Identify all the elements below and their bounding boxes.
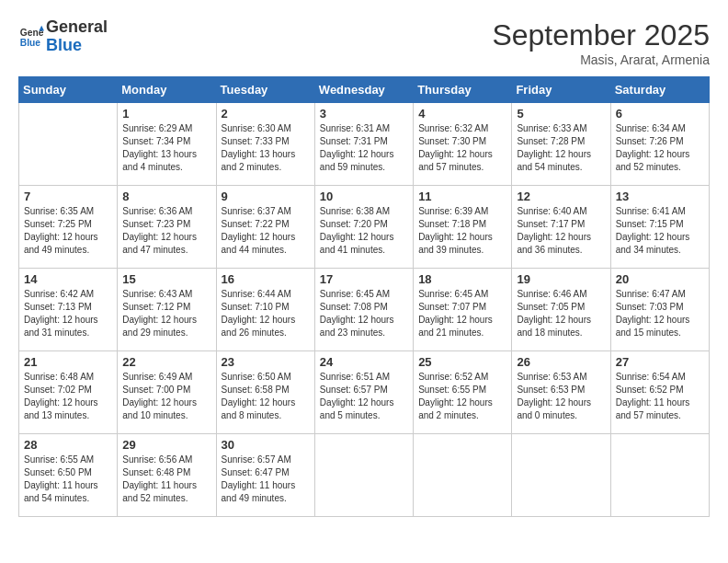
svg-text:Blue: Blue	[20, 38, 41, 48]
day-number: 24	[320, 355, 408, 369]
day-info: Sunrise: 6:34 AMSunset: 7:26 PMDaylight:…	[616, 122, 704, 174]
day-number: 16	[222, 272, 310, 286]
calendar-cell: 27Sunrise: 6:54 AMSunset: 6:52 PMDayligh…	[610, 351, 709, 434]
day-info: Sunrise: 6:39 AMSunset: 7:18 PMDaylight:…	[418, 205, 506, 257]
day-number: 18	[418, 272, 506, 286]
day-info: Sunrise: 6:57 AMSunset: 6:47 PMDaylight:…	[222, 454, 310, 505]
day-info: Sunrise: 6:54 AMSunset: 6:52 PMDaylight:…	[616, 371, 704, 422]
day-number: 14	[24, 272, 112, 286]
day-number: 7	[24, 190, 112, 203]
day-info: Sunrise: 6:40 AMSunset: 7:17 PMDaylight:…	[517, 205, 605, 257]
week-row-2: 7Sunrise: 6:35 AMSunset: 7:25 PMDaylight…	[19, 186, 710, 269]
weekday-header-thursday: Thursday	[414, 77, 512, 103]
week-row-5: 28Sunrise: 6:55 AMSunset: 6:50 PMDayligh…	[19, 434, 710, 517]
logo: General Blue General Blue	[18, 18, 108, 55]
calendar-cell: 13Sunrise: 6:41 AMSunset: 7:15 PMDayligh…	[610, 186, 709, 269]
day-info: Sunrise: 6:56 AMSunset: 6:48 PMDaylight:…	[122, 454, 210, 505]
day-info: Sunrise: 6:53 AMSunset: 6:53 PMDaylight:…	[517, 371, 605, 422]
day-info: Sunrise: 6:31 AMSunset: 7:31 PMDaylight:…	[320, 122, 408, 174]
calendar-cell	[314, 434, 413, 517]
day-number: 23	[222, 355, 310, 369]
calendar-cell: 14Sunrise: 6:42 AMSunset: 7:13 PMDayligh…	[19, 269, 118, 351]
calendar-cell: 24Sunrise: 6:51 AMSunset: 6:57 PMDayligh…	[314, 351, 413, 434]
day-number: 30	[222, 438, 310, 452]
calendar-cell: 12Sunrise: 6:40 AMSunset: 7:17 PMDayligh…	[512, 186, 610, 269]
calendar-table: SundayMondayTuesdayWednesdayThursdayFrid…	[18, 76, 710, 517]
day-info: Sunrise: 6:29 AMSunset: 7:34 PMDaylight:…	[122, 122, 210, 174]
calendar-cell: 16Sunrise: 6:44 AMSunset: 7:10 PMDayligh…	[216, 269, 314, 351]
day-info: Sunrise: 6:47 AMSunset: 7:03 PMDaylight:…	[616, 288, 704, 339]
calendar-cell: 3Sunrise: 6:31 AMSunset: 7:31 PMDaylight…	[314, 103, 413, 186]
day-info: Sunrise: 6:36 AMSunset: 7:23 PMDaylight:…	[122, 205, 210, 257]
calendar-cell: 23Sunrise: 6:50 AMSunset: 6:58 PMDayligh…	[216, 351, 314, 434]
calendar-cell	[610, 434, 709, 517]
location-subtitle: Masis, Ararat, Armenia	[492, 52, 710, 67]
day-info: Sunrise: 6:37 AMSunset: 7:22 PMDaylight:…	[222, 205, 310, 257]
calendar-cell: 21Sunrise: 6:48 AMSunset: 7:02 PMDayligh…	[19, 351, 118, 434]
weekday-header-friday: Friday	[512, 77, 610, 103]
day-number: 1	[122, 107, 210, 121]
day-number: 22	[122, 355, 210, 369]
calendar-cell: 19Sunrise: 6:46 AMSunset: 7:05 PMDayligh…	[512, 269, 610, 351]
logo-line2: Blue	[46, 37, 108, 55]
calendar-cell: 5Sunrise: 6:33 AMSunset: 7:28 PMDaylight…	[512, 103, 610, 186]
day-number: 10	[320, 190, 408, 203]
day-info: Sunrise: 6:35 AMSunset: 7:25 PMDaylight:…	[24, 205, 112, 257]
day-info: Sunrise: 6:33 AMSunset: 7:28 PMDaylight:…	[517, 122, 605, 174]
day-number: 29	[122, 438, 210, 452]
day-number: 11	[418, 190, 506, 203]
day-number: 4	[418, 107, 506, 121]
calendar-cell: 15Sunrise: 6:43 AMSunset: 7:12 PMDayligh…	[118, 269, 216, 351]
day-number: 6	[616, 107, 704, 121]
day-info: Sunrise: 6:45 AMSunset: 7:08 PMDaylight:…	[320, 288, 408, 339]
weekday-header-wednesday: Wednesday	[314, 77, 413, 103]
day-number: 12	[517, 190, 605, 203]
week-row-4: 21Sunrise: 6:48 AMSunset: 7:02 PMDayligh…	[19, 351, 710, 434]
weekday-header-tuesday: Tuesday	[216, 77, 314, 103]
day-info: Sunrise: 6:42 AMSunset: 7:13 PMDaylight:…	[24, 288, 112, 339]
day-info: Sunrise: 6:51 AMSunset: 6:57 PMDaylight:…	[320, 371, 408, 422]
day-info: Sunrise: 6:38 AMSunset: 7:20 PMDaylight:…	[320, 205, 408, 257]
day-info: Sunrise: 6:32 AMSunset: 7:30 PMDaylight:…	[418, 122, 506, 174]
day-number: 20	[616, 272, 704, 286]
calendar-cell: 20Sunrise: 6:47 AMSunset: 7:03 PMDayligh…	[610, 269, 709, 351]
day-number: 19	[517, 272, 605, 286]
weekday-header-sunday: Sunday	[19, 77, 118, 103]
calendar-cell: 4Sunrise: 6:32 AMSunset: 7:30 PMDaylight…	[414, 103, 512, 186]
day-number: 21	[24, 355, 112, 369]
logo-line1: General	[46, 18, 108, 37]
day-info: Sunrise: 6:30 AMSunset: 7:33 PMDaylight:…	[222, 122, 310, 174]
title-block: September 2025 Masis, Ararat, Armenia	[492, 18, 710, 67]
calendar-cell: 18Sunrise: 6:45 AMSunset: 7:07 PMDayligh…	[414, 269, 512, 351]
day-number: 8	[122, 190, 210, 203]
weekday-header-row: SundayMondayTuesdayWednesdayThursdayFrid…	[19, 77, 710, 103]
calendar-cell: 1Sunrise: 6:29 AMSunset: 7:34 PMDaylight…	[118, 103, 216, 186]
calendar-cell: 30Sunrise: 6:57 AMSunset: 6:47 PMDayligh…	[216, 434, 314, 517]
day-info: Sunrise: 6:44 AMSunset: 7:10 PMDaylight:…	[222, 288, 310, 339]
calendar-cell: 7Sunrise: 6:35 AMSunset: 7:25 PMDaylight…	[19, 186, 118, 269]
day-number: 28	[24, 438, 112, 452]
day-info: Sunrise: 6:55 AMSunset: 6:50 PMDaylight:…	[24, 454, 112, 505]
logo-icon: General Blue	[18, 24, 44, 50]
calendar-cell: 29Sunrise: 6:56 AMSunset: 6:48 PMDayligh…	[118, 434, 216, 517]
calendar-cell: 8Sunrise: 6:36 AMSunset: 7:23 PMDaylight…	[118, 186, 216, 269]
weekday-header-monday: Monday	[118, 77, 216, 103]
day-number: 25	[418, 355, 506, 369]
day-info: Sunrise: 6:52 AMSunset: 6:55 PMDaylight:…	[418, 371, 506, 422]
week-row-3: 14Sunrise: 6:42 AMSunset: 7:13 PMDayligh…	[19, 269, 710, 351]
weekday-header-saturday: Saturday	[610, 77, 709, 103]
day-info: Sunrise: 6:48 AMSunset: 7:02 PMDaylight:…	[24, 371, 112, 422]
calendar-cell	[19, 103, 118, 186]
calendar-cell: 22Sunrise: 6:49 AMSunset: 7:00 PMDayligh…	[118, 351, 216, 434]
day-info: Sunrise: 6:43 AMSunset: 7:12 PMDaylight:…	[122, 288, 210, 339]
calendar-cell: 6Sunrise: 6:34 AMSunset: 7:26 PMDaylight…	[610, 103, 709, 186]
calendar-cell: 26Sunrise: 6:53 AMSunset: 6:53 PMDayligh…	[512, 351, 610, 434]
month-title: September 2025	[492, 18, 710, 52]
day-info: Sunrise: 6:45 AMSunset: 7:07 PMDaylight:…	[418, 288, 506, 339]
day-info: Sunrise: 6:46 AMSunset: 7:05 PMDaylight:…	[517, 288, 605, 339]
calendar-cell: 2Sunrise: 6:30 AMSunset: 7:33 PMDaylight…	[216, 103, 314, 186]
day-number: 17	[320, 272, 408, 286]
day-number: 9	[222, 190, 310, 203]
day-number: 26	[517, 355, 605, 369]
calendar-cell: 28Sunrise: 6:55 AMSunset: 6:50 PMDayligh…	[19, 434, 118, 517]
